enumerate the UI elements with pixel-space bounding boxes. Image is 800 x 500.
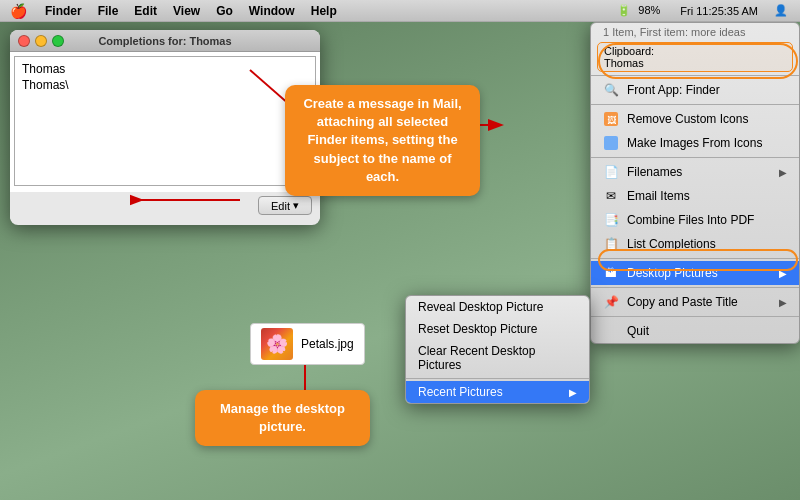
reset-desktop[interactable]: Reset Desktop Picture [406,318,589,340]
menubar-view[interactable]: View [165,4,208,18]
clipboard-value: Clipboard:Thomas [597,42,793,72]
recent-pictures[interactable]: Recent Pictures ▶ [406,381,589,403]
recent-submenu: Reveal Desktop Picture Reset Desktop Pic… [405,295,590,404]
menubar-window[interactable]: Window [241,4,303,18]
menu-quit[interactable]: Quit [591,319,799,343]
separator-5 [591,287,799,288]
context-menu: 1 Item, First item: more ideas Clipboard… [590,22,800,344]
window-titlebar: Completions for: Thomas [10,30,320,52]
tooltip-desktop: Manage the desktop picture. [195,390,370,446]
menu-copy-paste-title[interactable]: 📌 Copy and Paste Title ▶ [591,290,799,314]
menubar-user: 👤 [770,4,792,17]
desktop-arrow: ▶ [779,268,787,279]
copy-icon: 📌 [603,294,619,310]
close-button[interactable] [18,35,30,47]
menu-list-completions[interactable]: 📋 List Completions [591,232,799,256]
menubar-battery: 🔋 98% [613,4,668,17]
edit-dropdown-icon: ▾ [293,199,299,212]
finder-icon: 🔍 [603,82,619,98]
separator-3 [591,157,799,158]
separator-2 [591,104,799,105]
separator-1 [591,75,799,76]
recent-arrow: ▶ [569,387,577,398]
separator-4 [591,258,799,259]
desktop-icon: 🏔 [603,265,619,281]
svg-rect-5 [604,136,618,150]
completions-list[interactable]: Thomas Thomas\ [14,56,316,186]
svg-text:🖼: 🖼 [607,115,616,125]
copy-arrow: ▶ [779,297,787,308]
clipboard-info: 1 Item, First item: more ideas [591,23,799,41]
menu-front-app[interactable]: 🔍 Front App: Finder [591,78,799,102]
petals-item[interactable]: 🌸 Petals.jpg [250,323,365,365]
menu-combine-pdf[interactable]: 📑 Combine Files Into PDF [591,208,799,232]
zoom-button[interactable] [52,35,64,47]
menubar-edit[interactable]: Edit [126,4,165,18]
completions-body: Thomas Thomas\ [10,52,320,192]
menu-remove-custom[interactable]: 🖼 Remove Custom Icons [591,107,799,131]
menubar-go[interactable]: Go [208,4,241,18]
separator-6 [591,316,799,317]
menubar: 🍎 Finder File Edit View Go Window Help 🔋… [0,0,800,22]
menubar-time: Fri 11:25:35 AM [676,5,762,17]
menubar-finder[interactable]: Finder [37,4,90,18]
petals-thumbnail: 🌸 [261,328,293,360]
completion-item-thomas[interactable]: Thomas [19,61,311,77]
completions-window: Completions for: Thomas Thomas Thomas\ E… [10,30,320,225]
filenames-arrow: ▶ [779,167,787,178]
filenames-icon: 📄 [603,164,619,180]
menubar-right: 🔋 98% Fri 11:25:35 AM 👤 [613,4,800,17]
minimize-button[interactable] [35,35,47,47]
quit-icon [603,323,619,339]
remove-icon: 🖼 [603,111,619,127]
menubar-help[interactable]: Help [303,4,345,18]
tooltip-mail: Create a message in Mail, attaching all … [285,85,480,196]
menu-filenames[interactable]: 📄 Filenames ▶ [591,160,799,184]
email-icon: ✉ [603,188,619,204]
completions-footer: Edit ▾ [10,192,320,219]
images-icon [603,135,619,151]
apple-menu-icon[interactable]: 🍎 [0,3,37,19]
pdf-icon: 📑 [603,212,619,228]
menu-make-images[interactable]: Make Images From Icons [591,131,799,155]
menubar-file[interactable]: File [90,4,127,18]
recent-separator [406,378,589,379]
petals-filename: Petals.jpg [301,337,354,351]
menu-email-items[interactable]: ✉ Email Items [591,184,799,208]
window-title: Completions for: Thomas [98,35,231,47]
edit-button[interactable]: Edit ▾ [258,196,312,215]
completions-icon: 📋 [603,236,619,252]
clear-recent[interactable]: Clear Recent Desktop Pictures [406,340,589,376]
completion-item-thomasbs[interactable]: Thomas\ [19,77,311,93]
menu-desktop-pictures[interactable]: 🏔 Desktop Pictures ▶ [591,261,799,285]
window-buttons [18,35,64,47]
reveal-desktop[interactable]: Reveal Desktop Picture [406,296,589,318]
